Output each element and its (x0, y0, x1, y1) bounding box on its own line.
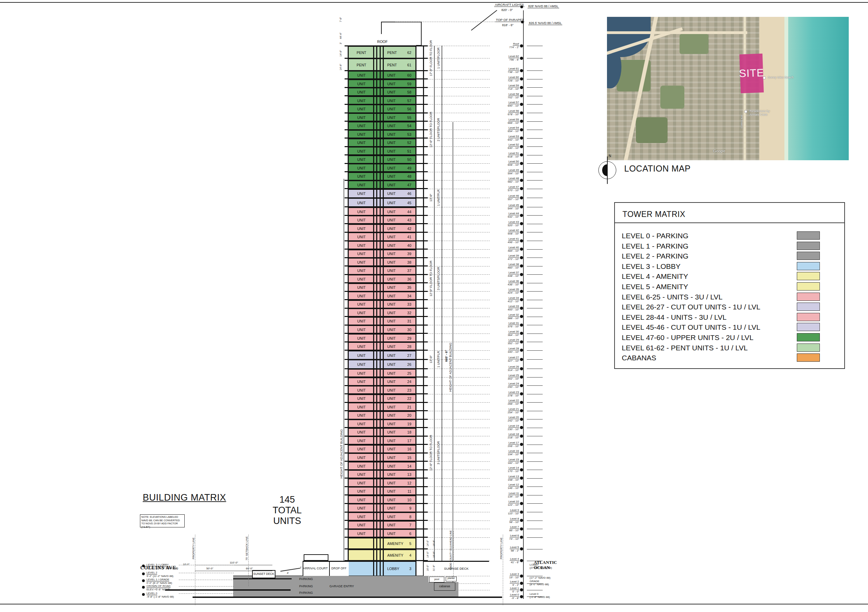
level-gridline (428, 79, 490, 79)
level-label: Level 12146' - 10" (492, 483, 519, 490)
floor-cell-label: UNIT (351, 285, 372, 290)
right-base-label: Level 0(-1'-8" NAVD 88) (530, 592, 550, 599)
level-label: Level 34412' - 10" (492, 296, 519, 303)
floor-cell-label: UNIT (387, 166, 396, 170)
level-label: Level 39472' - 10" (492, 254, 519, 260)
floor-cell-label: UNIT (387, 473, 396, 477)
floor-row-45: UNITUNIT45 (349, 198, 416, 207)
floor-cell-label: 17 (407, 439, 411, 443)
floor-cell-label: UNIT (351, 498, 372, 502)
floor-cell-label: UNIT (387, 371, 396, 375)
level-marker-dot (520, 290, 523, 293)
dim-line-units (442, 46, 442, 561)
floor-cell-label: UNIT (351, 447, 372, 451)
floor-cell-label: UNIT (351, 515, 372, 519)
floor-cell-label: AMENITY (387, 553, 403, 557)
parking-left-label-1: PARKING (299, 584, 313, 588)
level-marker-dot (520, 94, 523, 97)
floor-cell-label: 28 (407, 344, 411, 349)
floor-row-38: UNITUNIT38 (349, 257, 416, 266)
floor-cell-label: 37 (407, 268, 411, 273)
dim-line-50-60 (195, 571, 272, 571)
level-gridline (428, 232, 490, 232)
level-tick (527, 521, 542, 521)
level-gridline (428, 529, 490, 529)
floor-row-4: AMENITY4 (349, 549, 416, 561)
level-marker-dot (520, 44, 523, 48)
floor-cell-label: 21 (407, 405, 411, 409)
level-label: Level 35424' - 10" (492, 288, 519, 294)
level-gridline (428, 521, 490, 521)
floor-cell-label: UNIT (351, 328, 372, 332)
legend-swatch-lobby (797, 262, 820, 270)
level-tick (527, 359, 542, 359)
level-gridline (428, 96, 490, 96)
level-marker-dot (520, 527, 523, 530)
slope-1: 1' (300, 566, 302, 569)
level-tick (527, 529, 542, 529)
level-tick (527, 163, 542, 164)
level-label: Level 41496' - 10" (492, 237, 519, 244)
floor-cell-label: UNIT (351, 489, 372, 493)
location-map-title: LOCATION MAP (624, 164, 691, 174)
floor-cell-label: UNIT (351, 218, 372, 222)
level-gridline (428, 308, 490, 308)
level-gridline (428, 377, 490, 378)
atlantic-ocean-label: ATLANTIC OCEAN (534, 560, 561, 570)
property-line-left (195, 535, 195, 605)
floor-cell-label: 12 (407, 481, 411, 485)
level-tick (527, 342, 542, 342)
level-label: Level 47570' - 10" (492, 185, 519, 192)
left-marker-dashline (179, 586, 234, 587)
floor-cell-label: UNIT (351, 405, 372, 409)
floor-cell-label: UNIT (387, 243, 396, 248)
floor-cell-label: UNIT (387, 336, 396, 340)
level-label: Level 16194' - 10" (492, 449, 519, 456)
level-gridline (428, 300, 490, 300)
floor-cell-label: UNIT (351, 388, 372, 392)
left-marker-label: LEVEL 1 / GRADE0'-0" (6'-0" NAVD 88) (147, 578, 172, 584)
right-base-label: (17'-2" NAVD 88) (530, 573, 550, 579)
adjacent-building-line-left (344, 179, 344, 578)
level-tick (527, 333, 542, 334)
level-marker-dot (520, 349, 523, 352)
level-tick (527, 462, 542, 462)
floor-cell-label: UNIT (351, 192, 372, 196)
arrival-court-label: ARRIVAL COURT (296, 567, 334, 570)
level-marker-dot (520, 248, 523, 251)
slope-4: 4' (287, 572, 289, 575)
level-tick (527, 350, 542, 351)
floor-cell-label: 13 (407, 473, 411, 477)
floor-cell-label: 24 (407, 380, 411, 384)
amenity-dim-b: 16'-8" (432, 540, 435, 546)
legend-title: TOWER MATRIX (622, 210, 685, 219)
legend-swatch-cutout (797, 323, 820, 331)
level-label: Level 13158' - 10" (492, 475, 519, 481)
floor-cell-label: UNIT (387, 174, 396, 178)
floor-cell-label: 5 (409, 542, 411, 545)
floor-cell-label: UNIT (351, 226, 372, 231)
level-tick (527, 130, 542, 130)
amenity-dim-b: 31'-8" (432, 565, 435, 571)
floor-cell-label: UNIT (351, 456, 372, 460)
property-line-right-label: PROPERTY LINE (500, 538, 503, 559)
floor-row-52: UNITUNIT52 (349, 138, 416, 147)
level-marker-dot (520, 418, 523, 421)
floor-cell-label: UNIT (387, 531, 396, 536)
level-label: Roof774' - 2" (492, 42, 519, 49)
level-marker-dot (520, 375, 523, 378)
floor-cell-label: 58 (407, 90, 411, 94)
floor-cell-label: UNIT (387, 481, 396, 485)
level-marker-dot (520, 187, 523, 190)
level-gridline (428, 215, 490, 215)
level-marker-dot (520, 196, 523, 200)
floor-cell-label: UNIT (387, 380, 396, 384)
floor-cell-label: UNIT (351, 99, 372, 103)
level-label: Level 49594' - 10" (492, 169, 519, 175)
level-marker-dot (520, 298, 523, 301)
parapet-marker (521, 21, 524, 23)
floor-cell-label: 15 (407, 456, 411, 460)
left-marker-dashline (179, 593, 234, 594)
level-marker-dot (520, 69, 523, 72)
floor-cell-label: UNIT (387, 183, 396, 187)
